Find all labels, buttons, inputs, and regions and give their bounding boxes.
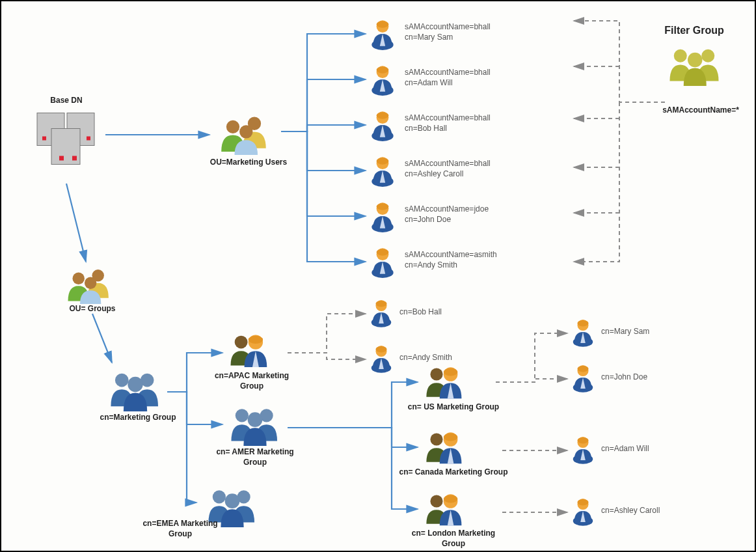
apac-group-label: cn=APAC Marketing Group [213, 371, 291, 391]
user-ashley-caroll-label: sAMAccountName=bhall cn=Ashley Caroll [405, 159, 515, 179]
us-group-label: cn= US Marketing Group [405, 402, 502, 413]
amer-group-label: cn= AMER Marketing Group [213, 447, 297, 467]
user-andy-smith-sam: sAMAccountName=asmith [405, 250, 497, 259]
user-mary-sam-label: sAMAccountName=bhall cn=Mary Sam [405, 22, 515, 42]
base-dn-label: Base DN [37, 96, 96, 106]
member-john-icon [571, 363, 595, 395]
member-mary-icon [571, 317, 595, 350]
marketing-group-label: cn=Marketing Group [96, 413, 180, 423]
user-adam-will-icon [369, 63, 396, 98]
user-ashley-caroll-icon [369, 154, 396, 189]
user-adam-will-sam: sAMAccountName=bhall [405, 68, 491, 77]
member-adam-label: cn=Adam Will [601, 444, 679, 454]
member-bob-label: cn=Bob Hall [399, 307, 478, 318]
user-bob-hall-icon [369, 109, 396, 144]
member-andy-label: cn=Andy Smith [399, 353, 478, 363]
svg-line-23 [66, 184, 86, 262]
filter-group-filter: sAMAccountName=* [652, 105, 749, 116]
user-mary-sam-icon [369, 18, 396, 53]
filter-group-title: Filter Group [658, 24, 730, 38]
member-ashley-label: cn=Ashley Caroll [601, 506, 692, 516]
user-john-doe-label: sAMAccountName=jdoe cn=John Doe [405, 204, 515, 225]
user-mary-sam-sam: sAMAccountName=bhall [405, 22, 491, 31]
london-group-icon [421, 490, 468, 531]
amer-group-icon [226, 402, 284, 448]
member-mary-label: cn=Mary Sam [601, 327, 679, 337]
ou-marketing-users-icon [216, 112, 275, 158]
user-john-doe-cn: cn=John Doe [405, 215, 451, 224]
user-adam-will-cn: cn=Adam Will [405, 78, 453, 87]
member-adam-icon [571, 434, 595, 467]
user-bob-hall-label: sAMAccountName=bhall cn=Bob Hall [405, 113, 515, 133]
user-ashley-caroll-sam: sAMAccountName=bhall [405, 159, 491, 168]
user-adam-will-label: sAMAccountName=bhall cn=Adam Will [405, 68, 515, 88]
user-andy-smith-icon [369, 245, 396, 281]
ou-groups-icon [63, 265, 116, 307]
ou-groups-label: OU= Groups [63, 304, 122, 314]
marketing-group-icon [105, 366, 165, 414]
member-bob-icon [369, 297, 394, 330]
user-john-doe-icon [369, 200, 396, 235]
user-ashley-caroll-cn: cn=Ashley Caroll [405, 169, 463, 178]
apac-group-icon [226, 330, 273, 373]
diagram-canvas: Base DN OU=Marketing Users OU= Groups sA… [0, 0, 756, 552]
emea-group-label: cn=EMEA Marketing Group [138, 519, 223, 539]
member-john-label: cn=John Doe [601, 372, 679, 383]
user-john-doe-sam: sAMAccountName=jdoe [405, 204, 489, 214]
user-andy-smith-cn: cn=Andy Smith [405, 260, 457, 269]
member-ashley-icon [571, 496, 595, 529]
member-andy-icon [369, 343, 394, 376]
user-bob-hall-sam: sAMAccountName=bhall [405, 113, 491, 122]
canada-group-icon [421, 428, 468, 469]
base-dn-icon [31, 109, 102, 173]
filter-group-icon [665, 40, 727, 89]
us-group-icon [421, 363, 468, 404]
user-andy-smith-label: sAMAccountName=asmith cn=Andy Smith [405, 250, 515, 270]
ou-marketing-users-label: OU=Marketing Users [206, 158, 291, 168]
svg-line-24 [92, 314, 112, 363]
canada-group-label: cn= Canada Marketing Group [398, 467, 509, 478]
user-bob-hall-cn: cn=Bob Hall [405, 124, 447, 133]
london-group-label: cn= London Marketing Group [401, 529, 506, 549]
user-mary-sam-cn: cn=Mary Sam [405, 33, 453, 42]
